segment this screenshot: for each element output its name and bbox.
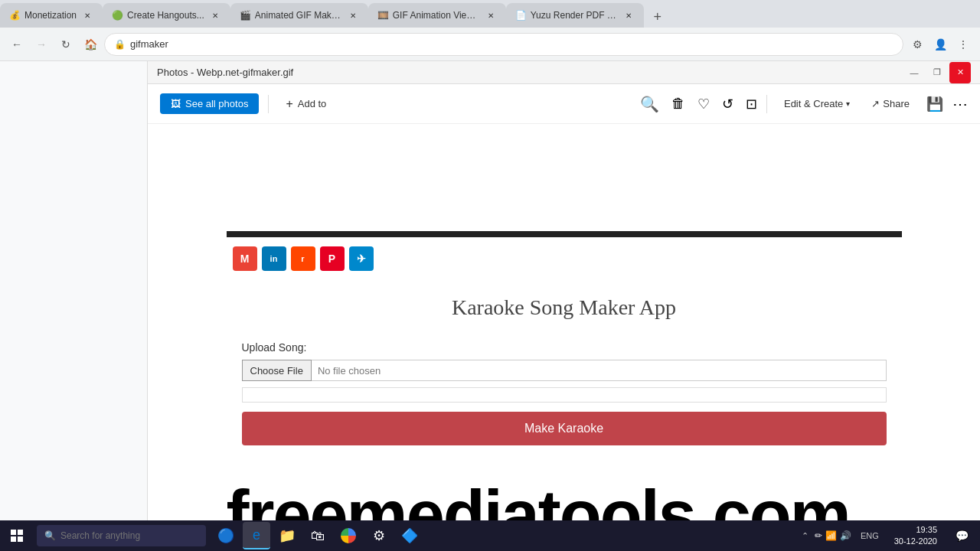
photos-titlebar: Photos - Webp.net-gifmaker.gif — ❐ ✕ (148, 61, 980, 84)
pinterest-icon[interactable]: P (320, 246, 345, 271)
close-button[interactable]: ✕ (949, 62, 971, 83)
tab-hangouts[interactable]: 🟢 Create Hangouts... ✕ (103, 3, 230, 28)
tab-title: Yuzu Render PDF Documen... (531, 10, 618, 21)
add-icon: + (286, 97, 292, 111)
tray-icons: ⌃ (802, 531, 808, 541)
reload-button[interactable]: ↻ (55, 34, 77, 55)
choose-file-button[interactable]: Choose File (242, 360, 312, 381)
edit-create-label: Edit & Create (784, 98, 843, 109)
favorite-button[interactable]: ♡ (697, 96, 710, 112)
tab-pdf[interactable]: 📄 Yuzu Render PDF Documen... ✕ (506, 3, 644, 28)
taskbar-edge[interactable]: e (243, 522, 270, 549)
gif-main-content: Karaoke Song Maker App Upload Song: Choo… (227, 280, 902, 461)
add-to-label: Add to (298, 98, 327, 109)
search-input[interactable] (60, 530, 198, 541)
pencil-icon: ✏ (815, 530, 822, 541)
taskbar-chrome[interactable] (335, 522, 362, 549)
taskbar-app-icons: 🔵 e 📁 🛍 ⚙ 🔷 (212, 522, 423, 549)
windows-logo-icon (11, 530, 23, 542)
dark-bar (227, 231, 902, 237)
menu-button[interactable]: ⋮ (952, 34, 974, 55)
svg-rect-3 (18, 536, 23, 542)
chevron-up-icon[interactable]: ⌃ (802, 531, 808, 540)
photos-icon: 🖼 (171, 98, 181, 109)
browser-window: 💰 Monetization ✕ 🟢 Create Hangouts... ✕ … (0, 0, 980, 520)
tab-favicon: 🎞️ (377, 10, 388, 21)
svg-rect-0 (11, 530, 16, 535)
home-button[interactable]: 🏠 (80, 34, 101, 55)
tab-title: Animated GIF Maker - Mak... (255, 10, 342, 21)
add-to-button[interactable]: + Add to (278, 93, 334, 116)
system-tray: ✏ 📶 🔊 (815, 530, 851, 541)
wifi-icon[interactable]: 📶 (825, 530, 837, 541)
taskbar-clock[interactable]: 19:35 30-12-2020 (888, 524, 943, 548)
taskbar-tray: ⌃ ✏ 📶 🔊 ENG 19:35 30-12-2020 💬 (802, 523, 980, 548)
tab-title: Create Hangouts... (127, 10, 204, 21)
save-button[interactable]: 💾 (926, 96, 943, 112)
edit-create-button[interactable]: Edit & Create ▾ (776, 93, 858, 114)
taskbar-store[interactable]: 🛍 (304, 522, 332, 549)
chrome-icon (341, 528, 356, 543)
tab-animated-gif[interactable]: 🎬 Animated GIF Maker - Mak... ✕ (230, 3, 368, 28)
linkedin-icon[interactable]: in (262, 246, 286, 271)
tab-favicon: 🟢 (112, 10, 122, 21)
tab-bar: 💰 Monetization ✕ 🟢 Create Hangouts... ✕ … (0, 0, 980, 28)
clock-date: 30-12-2020 (894, 536, 937, 547)
svg-rect-1 (18, 530, 23, 535)
photos-content[interactable]: M in r P ✈ Karaoke Song Maker App Upload… (148, 124, 980, 520)
maximize-button[interactable]: ❐ (926, 62, 948, 83)
tab-close[interactable]: ✕ (622, 9, 635, 21)
tab-close[interactable]: ✕ (347, 9, 359, 21)
taskbar-cortana[interactable]: 🔵 (212, 522, 240, 549)
rotate-button[interactable]: ↺ (722, 96, 733, 112)
crop-button[interactable]: ⊡ (746, 96, 757, 112)
tab-title: GIF Animation Viewer - GIF... (393, 10, 480, 21)
zoom-out-button[interactable]: 🔍 (640, 95, 659, 113)
clock-time: 19:35 (894, 524, 937, 536)
tab-title: Monetization (24, 10, 77, 21)
tab-favicon: 🎬 (240, 10, 250, 21)
tab-close[interactable]: ✕ (209, 9, 221, 21)
taskbar-search-box[interactable]: 🔍 (37, 525, 206, 546)
tab-monetization[interactable]: 💰 Monetization ✕ (0, 3, 103, 28)
tab-close[interactable]: ✕ (81, 9, 93, 21)
user-button[interactable]: 👤 (929, 34, 951, 55)
extensions-button[interactable]: ⚙ (906, 34, 928, 55)
forward-button[interactable]: → (31, 34, 52, 55)
address-bar[interactable]: 🔒 gifmaker (104, 33, 903, 56)
taskbar-app6[interactable]: 🔷 (396, 522, 423, 549)
new-tab-button[interactable]: + (647, 6, 668, 28)
taskbar-file-explorer[interactable]: 📁 (273, 522, 301, 549)
reddit-icon[interactable]: r (291, 246, 315, 271)
file-input-row: Choose File No file chosen (242, 360, 887, 381)
notification-button[interactable]: 💬 (949, 523, 974, 548)
see-all-label: See all photos (185, 98, 248, 109)
delete-button[interactable]: 🗑 (671, 96, 685, 112)
share-button[interactable]: ↗ Share (864, 93, 917, 114)
tab-favicon: 💰 (9, 10, 20, 21)
toolbar-separator-2 (766, 95, 767, 113)
start-button[interactable] (0, 520, 34, 551)
make-karaoke-button[interactable]: Make Karaoke (242, 412, 887, 445)
file-name-display: No file chosen (312, 360, 887, 381)
browser-toolbar: ← → ↻ 🏠 🔒 gifmaker ⚙ 👤 ⋮ (0, 28, 980, 61)
tab-gif-animation[interactable]: 🎞️ GIF Animation Viewer - GIF... ✕ (368, 3, 506, 28)
taskbar-settings[interactable]: ⚙ (365, 522, 393, 549)
share-icon: ↗ (871, 98, 880, 109)
photos-title: Photos - Webp.net-gifmaker.gif (157, 67, 903, 78)
url-text: gifmaker (130, 38, 893, 50)
more-button[interactable]: ⋯ (952, 95, 968, 113)
upload-label: Upload Song: (242, 341, 887, 354)
minimize-button[interactable]: — (903, 62, 925, 83)
search-icon: 🔍 (44, 530, 56, 541)
gmail-icon[interactable]: M (233, 246, 257, 271)
see-all-photos-button[interactable]: 🖼 See all photos (160, 93, 259, 114)
language-indicator: ENG (861, 531, 879, 540)
telegram-icon[interactable]: ✈ (349, 246, 374, 271)
taskbar: 🔍 🔵 e 📁 🛍 ⚙ 🔷 ⌃ ✏ 📶 🔊 ENG 19:35 30-12-20… (0, 520, 980, 551)
tab-close[interactable]: ✕ (485, 9, 497, 21)
back-button[interactable]: ← (6, 34, 28, 55)
watermark-text: freemediatools.com (227, 476, 902, 520)
volume-icon[interactable]: 🔊 (840, 530, 851, 541)
social-bar: M in r P ✈ (227, 237, 902, 280)
